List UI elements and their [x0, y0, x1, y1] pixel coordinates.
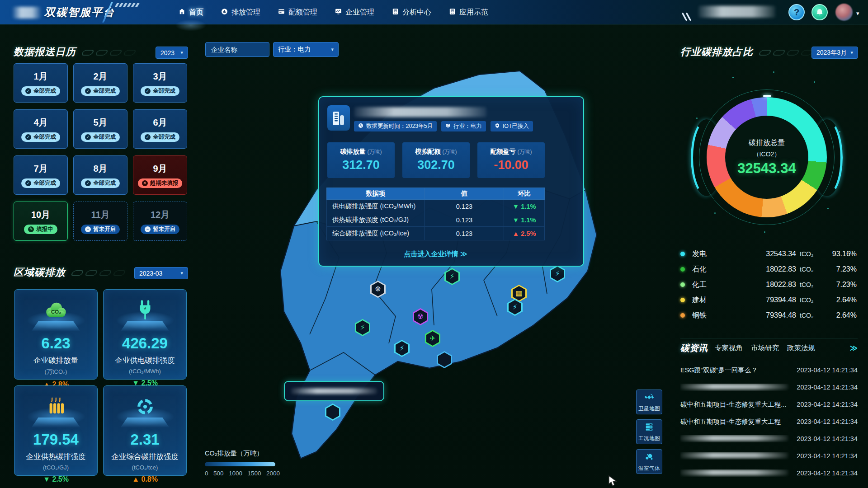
news-item-title: 碳中和五期项目-生态修复重大工程 — [680, 418, 793, 426]
company-name-redacted — [354, 107, 486, 117]
month-card-4月[interactable]: 4月✓全部完成 — [14, 109, 68, 149]
status-icon: ✎ — [28, 226, 34, 232]
month-card-2月[interactable]: 2月✓全部完成 — [73, 63, 127, 103]
nav-item-首页[interactable]: 首页 — [177, 6, 204, 19]
news-more-link[interactable]: ≫ — [849, 343, 858, 353]
news-item[interactable]: 2023-04-12 14:21:34 — [680, 465, 858, 482]
nav-item-应用示范[interactable]: 应用示范 — [448, 6, 489, 19]
enterprise-icon — [335, 8, 342, 17]
industry-donut-chart: 碳排放总量 （tCO2） 32543.34 — [678, 63, 859, 244]
month-label: 6月 — [153, 117, 167, 129]
map-legend-ticks: 0500100015002000 — [205, 470, 280, 477]
popup-stat-label: 模拟配额 (万吨) — [402, 148, 470, 156]
news-item[interactable]: ESG跟“双碳”是一回事么？2023-04-12 14:21:34 — [680, 361, 858, 379]
region-stat-card[interactable]: CO₂6.23企业碳排放量(万tCO₂)▲ 2.8% — [14, 289, 98, 380]
month-card-3月[interactable]: 3月✓全部完成 — [133, 63, 187, 103]
notifications-button[interactable] — [811, 4, 828, 20]
news-tab-政策法规[interactable]: 政策法规 — [787, 343, 815, 353]
news-tab-专家视角[interactable]: 专家视角 — [715, 343, 743, 353]
month-card-1月[interactable]: 1月✓全部完成 — [14, 63, 68, 103]
month-card-10月[interactable]: 10月✎填报中 — [14, 202, 68, 241]
industry-panel-title: 行业碳排放占比 — [680, 45, 812, 59]
month-card-8月[interactable]: 8月✓全部完成 — [73, 155, 127, 195]
month-label: 4月 — [33, 117, 47, 129]
month-card-7月[interactable]: 7月✓全部完成 — [14, 155, 68, 195]
region-stat-card[interactable]: 179.54企业供热碳排强度(tCO₂/GJ)▼ 2.5% — [14, 385, 98, 476]
stat-trend: ▲ 0.8% — [104, 475, 186, 483]
news-item[interactable]: 2023-04-12 14:21:34 — [680, 447, 858, 465]
news-item[interactable]: 碳中和五期项目-生态修复重大工程2023-04-12 14:21:34 — [680, 413, 858, 430]
avatar-dropdown-caret[interactable]: ▾ — [856, 10, 859, 17]
help-button[interactable]: ? — [788, 4, 805, 20]
industry-legend-row: 建材79394.48tCO₂2.64% — [680, 292, 857, 308]
legend-value: 18022.83 — [733, 265, 796, 273]
month-status-badge: ✓全部完成 — [81, 86, 120, 96]
map-button-工况地图[interactable]: 工况地图 — [636, 419, 662, 444]
legend-percent: 2.64% — [825, 296, 857, 304]
user-avatar[interactable] — [835, 4, 853, 21]
status-icon: ✓ — [145, 134, 151, 140]
popup-stat-label: 碳排放量 (万吨) — [327, 148, 395, 156]
stat-value: 2.31 — [104, 431, 186, 448]
nav-item-企业管理[interactable]: 企业管理 — [334, 6, 375, 19]
industry-legend-row: 发电32543.34tCO₂93.16% — [680, 246, 857, 262]
stat-value: 6.23 — [14, 335, 97, 352]
region-stat-card[interactable]: 2.31企业综合碳排放强度(tCO₂/tce)▲ 0.8% — [103, 385, 187, 476]
industry-month-select[interactable]: 2023年3月▾ — [811, 47, 858, 59]
map-button-温室气体[interactable]: 温室气体 — [636, 449, 662, 474]
stat-label: 企业综合碳排放强度 — [104, 452, 186, 462]
month-card-6月[interactable]: 6月✓全部完成 — [133, 109, 187, 149]
status-icon: − — [85, 226, 91, 232]
month-card-9月[interactable]: 9月✕超期未填报 — [133, 155, 187, 195]
stat-trend: ▼ 2.5% — [14, 475, 97, 483]
calendar-panel-title: 数据报送日历 — [14, 45, 135, 59]
month-status-badge: ✎填报中 — [24, 225, 57, 234]
legend-percent: 93.16% — [825, 250, 857, 258]
donut-center: 碳排放总量 （tCO2） 32543.34 — [725, 116, 808, 199]
nav-item-配额管理[interactable]: 配额管理 — [277, 6, 318, 19]
month-card-12月[interactable]: 12月−暂未开启 — [133, 202, 187, 241]
month-label: 12月 — [151, 209, 170, 221]
metric-value: 0.123 — [425, 213, 504, 227]
legend-industry-name: 发电 — [692, 249, 733, 259]
metric-value: 0.123 — [425, 227, 504, 240]
heat-radiator-icon — [14, 393, 97, 417]
stat-label: 企业碳排放量 — [14, 356, 97, 366]
stat-unit: (万tCO₂) — [14, 368, 97, 376]
bell-icon — [815, 8, 824, 17]
tooltip-company-redacted — [291, 388, 377, 394]
title-deco — [82, 50, 135, 56]
svg-text:⚡: ⚡ — [143, 306, 146, 311]
status-icon: ✓ — [85, 88, 91, 94]
news-item[interactable]: 2023-04-12 14:21:34 — [680, 379, 858, 396]
news-item[interactable]: 碳中和五期项目-生态修复重大工程...2023-04-12 14:21:34 — [680, 396, 858, 413]
company-name-input[interactable] — [205, 42, 269, 57]
news-item-time: 2023-04-12 14:21:34 — [793, 435, 858, 442]
industry-filter-select[interactable]: 行业：电力▾ — [273, 42, 339, 57]
calendar-year-select[interactable]: 2023▾ — [156, 47, 188, 59]
month-card-11月[interactable]: 11月−暂未开启 — [73, 202, 127, 241]
map-company-tooltip[interactable] — [284, 381, 384, 401]
popup-stat-value: 312.70 — [327, 158, 395, 172]
month-card-5月[interactable]: 5月✓全部完成 — [73, 109, 127, 149]
title-deco — [72, 270, 125, 276]
region-month-select[interactable]: 2023-03▾ — [134, 267, 188, 279]
table-header: 值 — [425, 188, 504, 200]
nav-item-排放管理[interactable]: 排放管理 — [220, 6, 261, 19]
status-map-icon — [644, 422, 654, 434]
metric-change: ▼ 1.1% — [504, 200, 545, 213]
month-status-badge: ✓全部完成 — [81, 178, 120, 188]
co2-cloud-icon: CO₂ — [14, 297, 97, 320]
legend-percent: 2.64% — [825, 311, 857, 319]
metric-value: 0.123 — [425, 200, 504, 213]
region-stat-card[interactable]: ⚡426.29企业供电碳排强度(tCO₂/MWh)▼ 2.5% — [103, 289, 187, 380]
company-detail-link[interactable]: 点击进入企业详情 ≫ — [326, 250, 545, 258]
status-icon: ✓ — [85, 180, 91, 186]
status-icon: ✓ — [145, 88, 151, 94]
news-item[interactable]: 2023-04-12 14:21:34 — [680, 430, 858, 447]
quota-icon — [278, 8, 285, 17]
nav-item-分析中心[interactable]: 分析中心 — [391, 6, 432, 19]
map-button-卫星地图[interactable]: 卫星地图 — [636, 389, 662, 414]
news-tab-市场研究[interactable]: 市场研究 — [751, 343, 779, 353]
month-status-badge: −暂未开启 — [141, 225, 179, 234]
